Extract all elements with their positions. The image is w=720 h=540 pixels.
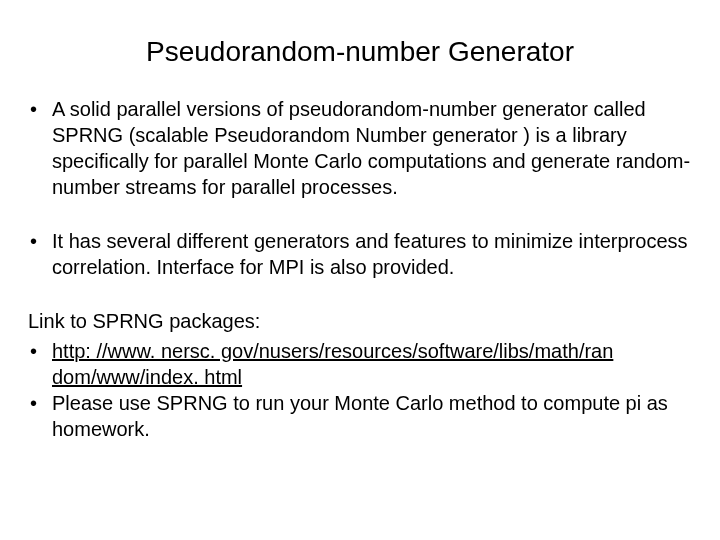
bullet-text-1: A solid parallel versions of pseudorando… <box>52 96 692 200</box>
bullet-dot: • <box>28 96 52 122</box>
bullet-dot: • <box>28 338 52 364</box>
slide-title: Pseudorandom-number Generator <box>28 36 692 68</box>
bullet-link: • http: //www. nersc. gov/nusers/resourc… <box>28 338 692 390</box>
sprng-link[interactable]: http: //www. nersc. gov/nusers/resources… <box>52 340 613 362</box>
bullet-dot: • <box>28 228 52 254</box>
bullet-dot: • <box>28 390 52 416</box>
sprng-link-cont[interactable]: dom/www/index. html <box>52 366 242 388</box>
bullet-2: • It has several different generators an… <box>28 228 692 280</box>
homework-text: Please use SPRNG to run your Monte Carlo… <box>52 390 692 442</box>
bullet-homework: • Please use SPRNG to run your Monte Car… <box>28 390 692 442</box>
bullet-1: • A solid parallel versions of pseudoran… <box>28 96 692 200</box>
link-label: Link to SPRNG packages: <box>28 308 692 334</box>
bullet-text-2: It has several different generators and … <box>52 228 692 280</box>
